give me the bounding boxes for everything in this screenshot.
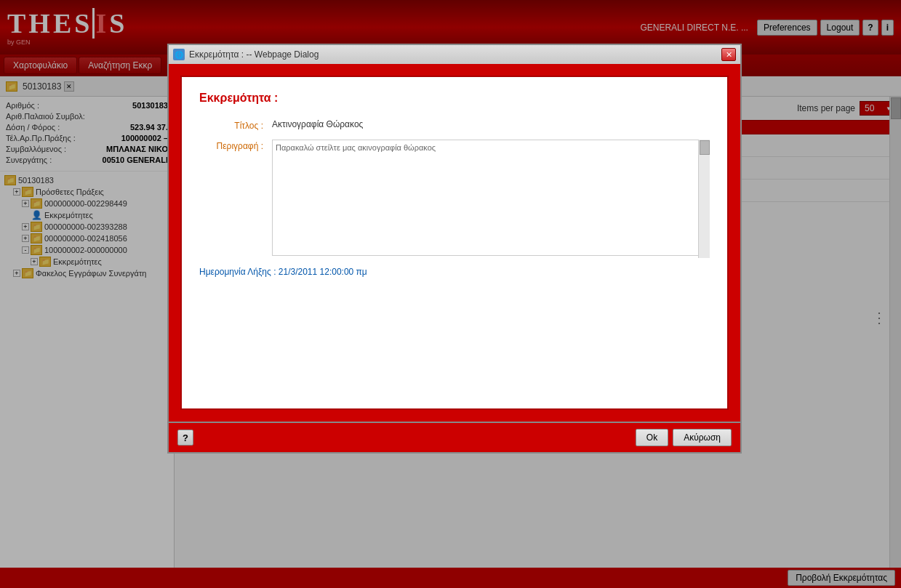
date-line: Ημερομηνία Λήξης : 21/3/2011 12:00:00 πμ	[199, 267, 710, 277]
textarea-scrollbar[interactable]	[698, 140, 710, 258]
form-label-titlos: Τίτλος :	[199, 119, 272, 131]
dialog-icon: 🌐	[173, 49, 185, 60]
form-row-perigrafi: Περιγραφή :	[199, 140, 710, 258]
dialog-title-left: 🌐 Εκκρεμότητα : -- Webpage Dialog	[173, 49, 319, 60]
dialog-footer: ? Ok Ακύρωση	[167, 423, 742, 454]
footer-actions: Ok Ακύρωση	[636, 429, 732, 446]
dialog-cancel-button[interactable]: Ακύρωση	[673, 429, 732, 446]
dialog-inner: Εκκρεμότητα : Τίτλος : Ακτινογραφία Θώρα…	[180, 76, 729, 410]
dialog-titlebar: 🌐 Εκκρεμότητα : -- Webpage Dialog ✕	[167, 44, 742, 64]
dialog-heading: Εκκρεμότητα :	[199, 92, 710, 105]
dialog-close-button[interactable]: ✕	[721, 48, 736, 61]
form-label-perigrafi: Περιγραφή :	[199, 140, 272, 151]
dialog-help-button[interactable]: ?	[177, 430, 193, 446]
form-textarea-perigrafi[interactable]	[272, 140, 710, 256]
date-label: Ημερομηνία Λήξης : 21/3/2011 12:00:00 πμ	[199, 267, 367, 277]
form-value-titlos: Ακτινογραφία Θώρακος	[272, 119, 710, 129]
textarea-scrollbar-thumb[interactable]	[700, 140, 710, 155]
form-row-titlos: Τίτλος : Ακτινογραφία Θώρακος	[199, 119, 710, 131]
dialog-title-text: Εκκρεμότητα : -- Webpage Dialog	[189, 49, 319, 60]
dialog-ok-button[interactable]: Ok	[636, 429, 668, 446]
dialog-container: 🌐 Εκκρεμότητα : -- Webpage Dialog ✕ Εκκρ…	[167, 44, 742, 454]
dialog-body: Εκκρεμότητα : Τίτλος : Ακτινογραφία Θώρα…	[167, 64, 742, 423]
form-textarea-wrap	[272, 140, 710, 258]
